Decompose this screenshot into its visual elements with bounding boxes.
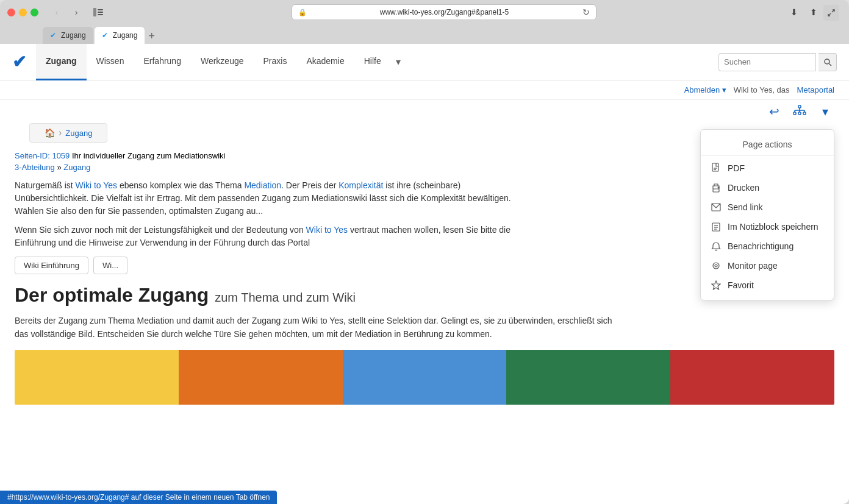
svg-rect-11 [793, 112, 796, 115]
komplexitaet-link[interactable]: Komplexität [339, 180, 383, 190]
svg-rect-0 [93, 8, 96, 16]
status-bar: #https://www.wiki-to-yes.org/Zugang# auf… [0, 491, 277, 504]
tab-2[interactable]: ✔ Zugang [95, 27, 145, 44]
wiki-to-yes-link-1[interactable]: Wiki to Yes [76, 180, 117, 190]
wiki-search [718, 53, 837, 71]
minimize-button[interactable] [19, 9, 27, 16]
nav-item-akademie[interactable]: Akademie [296, 44, 354, 80]
user-description: Wiki to Yes, das [734, 85, 790, 94]
sitemap-button[interactable] [790, 102, 809, 121]
wiki-einfuehrung-button[interactable]: Wiki Einführung [15, 257, 88, 274]
svg-rect-12 [798, 112, 801, 115]
metaportal-link[interactable]: Metaportal [797, 85, 834, 94]
breadcrumb: 🏠 › Zugang [29, 123, 107, 143]
user-bar-actions: Abmelden ▾ Wiki to Yes, das Metaportal [684, 85, 834, 94]
print-icon [711, 182, 722, 193]
forward-button[interactable]: › [68, 4, 85, 20]
wiki-nav: Zugang Wissen Erfahrung Werkzeuge Praxis… [36, 44, 406, 80]
browser-window: ‹ › 🔒 www.wiki-to-yes.org/Zugang#&panel1… [0, 0, 849, 504]
svg-point-32 [715, 264, 717, 267]
reload-button[interactable]: ↻ [582, 7, 590, 17]
sidebar-toggle-button[interactable] [90, 4, 107, 20]
wiki-button-2[interactable]: Wi... [93, 257, 127, 274]
logout-link[interactable]: Abmelden ▾ [684, 85, 726, 94]
dropdown-page-actions-button[interactable]: ▾ [816, 102, 834, 121]
download-button[interactable]: ⬇ [786, 4, 803, 20]
intro-paragraph-1: Naturgemäß ist Wiki to Yes ebenso komple… [15, 179, 515, 218]
svg-rect-10 [798, 105, 801, 108]
send-link-label: Send link [728, 202, 763, 212]
email-icon [711, 202, 722, 213]
browser-titlebar: ‹ › 🔒 www.wiki-to-yes.org/Zugang#&panel1… [0, 0, 849, 24]
intro-paragraph-2: Wenn Sie sich zuvor noch mit der Leistun… [15, 224, 515, 249]
action-favorit[interactable]: Favorit [701, 275, 834, 295]
nav-item-werkzeuge[interactable]: Werkzeuge [191, 44, 254, 80]
notizblock-label: Im Notizblock speichern [728, 222, 819, 232]
favorit-label: Favorit [728, 280, 754, 290]
current-breadcrumb-link[interactable]: Zugang [63, 163, 90, 172]
action-print[interactable]: Drucken [701, 178, 834, 197]
breadcrumb-current[interactable]: Zugang [65, 129, 92, 138]
nav-item-hilfe[interactable]: Hilfe [354, 44, 391, 80]
traffic-lights [7, 9, 38, 16]
svg-rect-3 [98, 14, 103, 15]
benachrichtigung-label: Benachrichtigung [728, 241, 793, 251]
heading-subtitle: zum Thema und zum Wiki [215, 291, 356, 305]
expand-button[interactable] [823, 5, 839, 21]
address-bar[interactable]: 🔒 www.wiki-to-yes.org/Zugang#&panel1-5 ↻ [292, 4, 596, 20]
page-content: ✔ Zugang Wissen Erfahrung Werkzeuge Prax… [0, 44, 849, 504]
back-page-button[interactable]: ↩ [765, 102, 783, 121]
nav-item-zugang[interactable]: Zugang [36, 44, 87, 80]
bell-icon [711, 241, 722, 252]
wiki-logo: ✔ [12, 52, 26, 72]
close-button[interactable] [7, 9, 15, 16]
action-monitor[interactable]: Monitor page [701, 256, 834, 275]
svg-line-9 [829, 63, 831, 66]
wiki-header: ✔ Zugang Wissen Erfahrung Werkzeuge Prax… [0, 44, 849, 80]
tab-1-label: Zugang [61, 31, 86, 40]
action-send-link[interactable]: Send link [701, 197, 834, 217]
nav-more-button[interactable]: ▾ [391, 44, 406, 80]
lock-icon: 🔒 [298, 9, 307, 16]
nav-item-wissen[interactable]: Wissen [87, 44, 134, 80]
nav-item-praxis[interactable]: Praxis [254, 44, 297, 80]
home-icon[interactable]: 🏠 [45, 128, 55, 138]
svg-rect-13 [803, 112, 806, 115]
tab-2-check-icon: ✔ [102, 31, 108, 40]
svg-rect-24 [713, 189, 719, 192]
page-icons-row: ↩ ▾ [0, 100, 849, 123]
tab-1[interactable]: ✔ Zugang [43, 27, 93, 44]
nav-item-erfahrung[interactable]: Erfahrung [134, 44, 190, 80]
wiki-to-yes-link-2[interactable]: Wiki to Yes [306, 225, 348, 235]
tab-2-label: Zugang [113, 31, 138, 40]
action-pdf[interactable]: PDF [701, 158, 834, 178]
search-input[interactable] [718, 53, 816, 71]
action-notizblock[interactable]: Im Notizblock speichern [701, 217, 834, 236]
browser-nav: ‹ › [48, 4, 85, 20]
monitor-label: Monitor page [728, 261, 778, 271]
user-bar: Abmelden ▾ Wiki to Yes, das Metaportal [0, 80, 849, 100]
seiten-id-link[interactable]: Seiten-ID: 1059 [15, 151, 70, 160]
star-icon [711, 280, 722, 291]
seiten-id-desc: Ihr individueller Zugang zum Mediationsw… [72, 151, 225, 160]
share-button[interactable]: ⬆ [805, 4, 822, 20]
parent-breadcrumb-link[interactable]: 3-Abteilung [15, 163, 55, 172]
monitor-icon [711, 260, 722, 271]
address-bar-area: 🔒 www.wiki-to-yes.org/Zugang#&panel1-5 ↻ [112, 4, 776, 20]
tab-bar: ✔ Zugang ✔ Zugang + [0, 24, 849, 44]
svg-point-8 [825, 59, 829, 64]
new-tab-button[interactable]: + [148, 30, 155, 43]
door-image [15, 350, 834, 405]
svg-marker-33 [712, 281, 720, 289]
url-text: www.wiki-to-yes.org/Zugang#&panel1-5 [310, 8, 579, 16]
intro-text: Naturgemäß ist Wiki to Yes ebenso komple… [15, 179, 515, 249]
page-actions-dropdown: Page actions PDF [700, 129, 834, 300]
action-benachrichtigung[interactable]: Benachrichtigung [701, 236, 834, 256]
back-button[interactable]: ‹ [48, 4, 65, 20]
heading-bold: Der optimale Zugang [15, 284, 209, 307]
mediation-link[interactable]: Mediation [244, 180, 281, 190]
svg-rect-2 [98, 12, 103, 13]
svg-rect-1 [98, 9, 103, 10]
maximize-button[interactable] [30, 9, 38, 16]
search-button[interactable] [819, 53, 837, 71]
